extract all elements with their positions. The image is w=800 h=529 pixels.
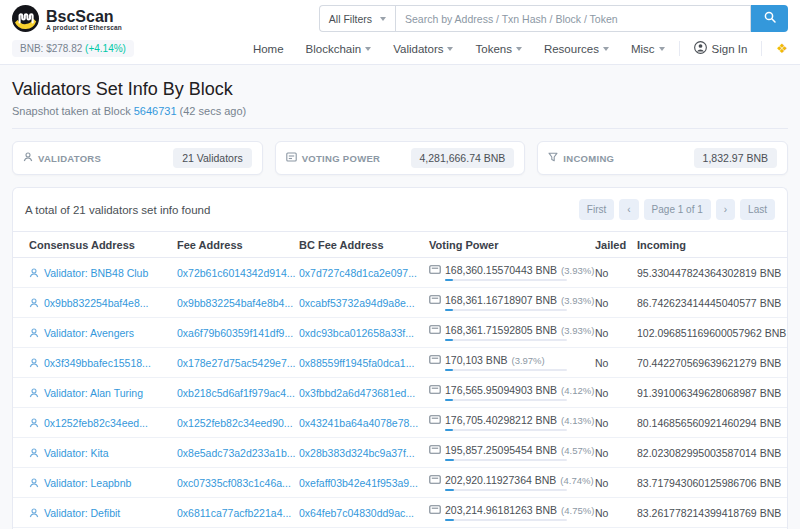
voting-power-percent: (4.13%) xyxy=(561,415,594,426)
bc-fee-address-link[interactable]: 0x43241ba64a4078e78... xyxy=(299,417,418,429)
pagination-first-button[interactable]: First xyxy=(579,199,614,220)
search-input[interactable] xyxy=(395,5,751,32)
voting-power-percent: (4.75%) xyxy=(561,505,594,516)
table-body: Validator: BNB48 Club 0x72b61c6014342d91… xyxy=(13,258,787,529)
chevron-down-icon xyxy=(380,17,386,21)
all-filters-label: All Filters xyxy=(329,13,372,25)
jailed-value: No xyxy=(595,507,637,519)
consensus-address-link[interactable]: 0x9bb832254baf4e8... xyxy=(44,297,149,309)
fee-address-link[interactable]: 0x6811ca77acfb221a4... xyxy=(177,507,291,519)
bnb-price-label: BNB: xyxy=(20,43,43,54)
voting-power-bar xyxy=(445,399,567,401)
voting-power-percent: (4.74%) xyxy=(560,475,593,486)
main-content: Validators Set Info By Block Snapshot ta… xyxy=(0,65,800,529)
consensus-address-link[interactable]: Validator: Kita xyxy=(44,447,109,459)
validators-card-label: VALIDATORS xyxy=(38,153,101,164)
voting-power-bar xyxy=(445,369,567,371)
col-jailed: Jailed xyxy=(595,239,637,251)
fee-address-link[interactable]: 0x9bb832254baf4e8b4... xyxy=(177,297,293,309)
nav-item-blockchain[interactable]: Blockchain xyxy=(306,43,372,55)
fee-address-link[interactable]: 0xb218c5d6af1f979ac4... xyxy=(177,387,295,399)
bc-fee-address-link[interactable]: 0xdc93bca012658a33f... xyxy=(299,327,414,339)
binance-chain-icon[interactable]: ❖ xyxy=(776,42,788,55)
fee-address-link[interactable]: 0x72b61c6014342d914... xyxy=(177,267,296,279)
nav-item-misc[interactable]: Misc xyxy=(631,43,665,55)
voting-power-value: 202,920.11927364 BNB xyxy=(445,474,556,486)
incoming-value: 70.442270569639621279 BNB xyxy=(637,357,787,369)
sign-in-button[interactable]: Sign In xyxy=(694,41,748,56)
voting-power-bar xyxy=(445,489,567,491)
voting-power-value: 168,361.71592805 BNB xyxy=(445,324,557,336)
user-icon xyxy=(29,448,39,458)
pagination-last-button[interactable]: Last xyxy=(740,199,775,220)
bc-fee-address-link[interactable]: 0x28b383d324bc9a37f... xyxy=(299,447,415,459)
all-filters-dropdown[interactable]: All Filters xyxy=(319,5,395,32)
fee-address-link[interactable]: 0xa6f79b60359f141df9... xyxy=(177,327,293,339)
bc-fee-address-link[interactable]: 0x3fbbd2a6d473681ed... xyxy=(299,387,415,399)
page-title: Validators Set Info By Block xyxy=(12,79,788,100)
bc-fee-address-link[interactable]: 0x88559ff1945fa0dca1... xyxy=(299,357,414,369)
consensus-address-link[interactable]: Validator: Defibit xyxy=(44,507,120,519)
bnb-price-change: (+4.14%) xyxy=(85,43,126,54)
incoming-value: 95.330447824364302819 BNB xyxy=(637,267,787,279)
bscscan-logo-icon xyxy=(12,5,39,36)
consensus-address-link[interactable]: Validator: Alan Turing xyxy=(44,387,143,399)
fee-address-link[interactable]: 0x178e27d75ac5429e7... xyxy=(177,357,296,369)
bc-fee-address-link[interactable]: 0xefaff03b42e41f953a9... xyxy=(299,477,418,489)
bc-fee-address-link[interactable]: 0xcabf53732a94d9a8e... xyxy=(299,297,415,309)
bc-fee-address-link[interactable]: 0x7d727c48d1ca2e097... xyxy=(299,267,417,279)
jailed-value: No xyxy=(595,267,637,279)
ballot-icon xyxy=(429,354,441,366)
user-icon xyxy=(29,358,39,368)
voting-power-bar xyxy=(445,429,567,431)
consensus-address-link[interactable]: 0x1252feb82c34eed... xyxy=(44,417,148,429)
search-bar: All Filters xyxy=(319,5,788,32)
nav-item-tokens[interactable]: Tokens xyxy=(475,43,521,55)
nav-item-home[interactable]: Home xyxy=(253,43,284,55)
voting-power-value: 168,360.15570443 BNB xyxy=(445,264,557,276)
chevron-down-icon xyxy=(603,47,609,51)
chevron-down-icon xyxy=(447,47,453,51)
validators-card: VALIDATORS 21 Validators xyxy=(12,141,263,175)
bnb-price-badge[interactable]: BNB: $278.82 (+4.14%) xyxy=(12,40,134,57)
incoming-value: 102.096851169600057962 BNB xyxy=(637,327,787,339)
pagination: First ‹ Page 1 of 1 › Last xyxy=(579,199,775,220)
voting-power-percent: (3.93%) xyxy=(561,265,594,276)
ballot-icon xyxy=(429,444,441,456)
consensus-address-link[interactable]: 0x3f349bbafec15518... xyxy=(44,357,151,369)
nav-item-resources[interactable]: Resources xyxy=(544,43,609,55)
ballot-icon xyxy=(286,152,297,164)
fee-address-link[interactable]: 0x8e5adc73a2d233a1b... xyxy=(177,447,296,459)
table-row: Validator: BNB48 Club 0x72b61c6014342d91… xyxy=(13,258,787,288)
search-button[interactable] xyxy=(751,5,788,32)
stat-cards: VALIDATORS 21 Validators VOTING POWER 4,… xyxy=(12,141,788,175)
validators-table-card: A total of 21 validators set info found … xyxy=(12,187,788,529)
nav-item-validators[interactable]: Validators xyxy=(393,43,453,55)
incoming-value: 83.261778214399418769 BNB xyxy=(637,507,787,519)
table-row: Validator: Kita 0x8e5adc73a2d233a1b... 0… xyxy=(13,438,787,468)
consensus-address-link[interactable]: Validator: BNB48 Club xyxy=(44,267,148,279)
voting-power-value: 203,214.96181263 BNB xyxy=(445,504,557,516)
brand-name: BscScan xyxy=(46,9,122,26)
voting-power-percent: (4.12%) xyxy=(561,385,594,396)
ballot-icon xyxy=(429,294,441,306)
voting-power-card: VOTING POWER 4,281,666.74 BNB xyxy=(275,141,526,175)
bscscan-logo[interactable]: BscScan A product of Etherscan xyxy=(12,5,122,36)
incoming-card: INCOMING 1,832.97 BNB xyxy=(537,141,788,175)
jailed-value: No xyxy=(595,447,637,459)
snapshot-line: Snapshot taken at Block 5646731 (42 secs… xyxy=(12,105,788,129)
pagination-next-button[interactable]: › xyxy=(716,199,735,220)
consensus-address-link[interactable]: Validator: Avengers xyxy=(44,327,134,339)
bc-fee-address-link[interactable]: 0x64feb7c04830dd9ac... xyxy=(299,507,414,519)
consensus-address-link[interactable]: Validator: Leapbnb xyxy=(44,477,131,489)
site-header: BscScan A product of Etherscan All Filte… xyxy=(0,0,800,65)
pagination-prev-button[interactable]: ‹ xyxy=(619,199,638,220)
col-bc-fee-address: BC Fee Address xyxy=(299,239,429,251)
fee-address-link[interactable]: 0xc07335cf083c1c46a... xyxy=(177,477,291,489)
ballot-icon xyxy=(429,474,441,486)
col-consensus-address: Consensus Address xyxy=(29,239,177,251)
user-circle-icon xyxy=(694,41,707,56)
voting-power-bar xyxy=(445,339,567,341)
fee-address-link[interactable]: 0x1252feb82c34eed90... xyxy=(177,417,293,429)
snapshot-block-link[interactable]: 5646731 xyxy=(134,105,177,117)
